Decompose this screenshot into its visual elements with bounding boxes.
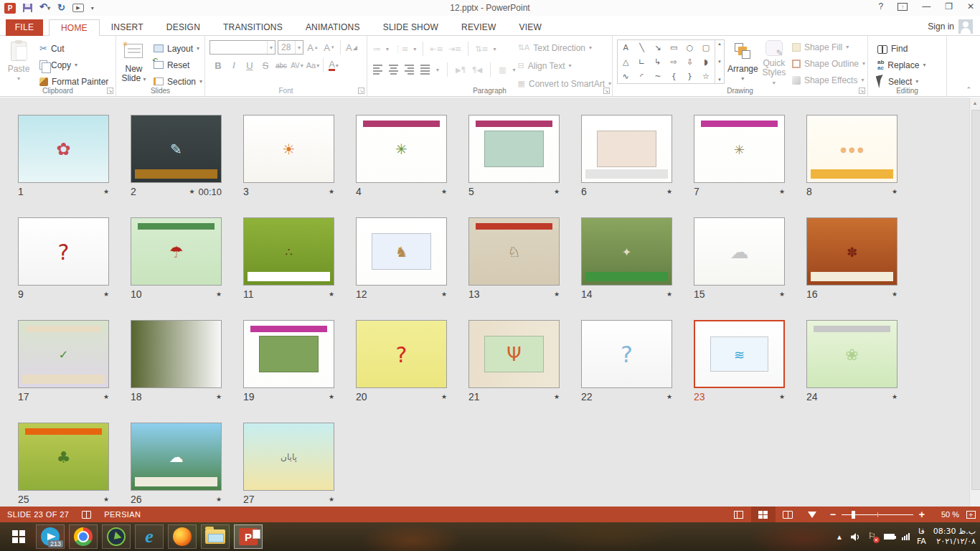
paragraph-dialog-launcher-icon[interactable]: ↘	[603, 88, 610, 94]
scribble-shape-icon[interactable]: ∿	[623, 72, 629, 81]
power-icon[interactable]	[884, 534, 895, 540]
help-icon[interactable]: ?	[878, 1, 883, 11]
numbering-icon[interactable]: ⋮≡	[394, 44, 408, 54]
text-shadow-button[interactable]: S	[258, 58, 273, 72]
line-shape-icon[interactable]: ╲	[639, 43, 644, 52]
slide-thumbnail-6[interactable]	[581, 115, 672, 183]
tab-home[interactable]: HOME	[49, 19, 100, 37]
elbow-arrow-shape-icon[interactable]: ↳	[654, 57, 661, 67]
align-text-button[interactable]: ⊟Align Text▾	[516, 58, 613, 73]
slide-thumbnail-4[interactable]: ✳	[356, 115, 447, 183]
reset-button[interactable]: Reset	[151, 58, 204, 72]
text-box-shape-icon[interactable]: A	[623, 43, 628, 52]
taskbar-internet-explorer-icon[interactable]: e	[135, 524, 164, 549]
quick-styles-button[interactable]: Quick Styles ▾	[761, 36, 787, 86]
slide-thumbnail-11[interactable]: ∴	[243, 217, 334, 286]
shape-effects-button[interactable]: Shape Effects▾	[790, 73, 867, 87]
star-shape-icon[interactable]: ☆	[702, 72, 710, 81]
rounded-rectangle-shape-icon[interactable]: ▢	[702, 43, 710, 52]
tab-design[interactable]: DESIGN	[155, 19, 212, 36]
change-case-button[interactable]: Aa▾	[306, 58, 320, 72]
arc-shape-icon[interactable]: ◜	[640, 72, 643, 81]
restore-icon[interactable]: ❐	[945, 1, 953, 11]
zoom-slider[interactable]	[842, 514, 913, 515]
tab-animations[interactable]: ANIMATIONS	[294, 19, 372, 36]
copy-button[interactable]: Copy▾	[37, 58, 110, 72]
slide-sorter-view-button[interactable]	[751, 507, 776, 522]
character-spacing-button[interactable]: AV▾	[290, 58, 304, 72]
shape-fill-button[interactable]: Shape Fill▾	[790, 40, 867, 54]
slide-thumbnail-17[interactable]: ✓	[18, 320, 109, 388]
tab-transitions[interactable]: TRANSITIONS	[212, 19, 294, 36]
triangle-shape-icon[interactable]: △	[623, 57, 628, 67]
oval-shape-icon[interactable]: ○	[687, 43, 694, 52]
tab-insert[interactable]: INSERT	[100, 19, 155, 36]
down-arrow-shape-icon[interactable]: ⇩	[687, 57, 693, 67]
font-size-combo[interactable]: 28▾	[278, 40, 303, 55]
right-arrow-shape-icon[interactable]: ⇨	[671, 57, 677, 67]
reading-view-button[interactable]	[776, 507, 800, 522]
slide-thumbnail-13[interactable]: ♘	[468, 217, 560, 286]
slide-thumbnail-22[interactable]: ?	[581, 320, 672, 388]
slide-thumbnail-16[interactable]: ✽	[806, 217, 897, 286]
slide-thumbnail-8[interactable]: ● ● ●	[806, 115, 897, 183]
start-button[interactable]	[6, 524, 32, 549]
slide-thumbnail-27[interactable]: پایان	[243, 423, 334, 491]
arrange-button[interactable]: Arrange ▾	[727, 36, 758, 86]
scroll-up-icon[interactable]: ▲	[970, 98, 980, 108]
taskbar-file-explorer-icon[interactable]	[201, 524, 230, 549]
increase-indent-icon[interactable]: ⇥≡	[448, 44, 461, 54]
align-right-icon[interactable]	[405, 65, 414, 75]
language-switcher[interactable]: فا FA	[917, 527, 926, 547]
decrease-font-size-button[interactable]: A▼	[322, 40, 336, 55]
slide-thumbnail-5[interactable]	[468, 115, 560, 183]
language-indicator[interactable]: PERSIAN	[104, 510, 141, 519]
cut-button[interactable]: ✂Cut	[37, 42, 110, 55]
right-brace-shape-icon[interactable]: }	[687, 72, 692, 81]
slide-thumbnail-15[interactable]: ☁	[694, 217, 785, 286]
slide-thumbnail-10[interactable]: ☂	[131, 217, 222, 286]
vertical-scrollbar[interactable]: ▲	[969, 98, 980, 507]
clear-formatting-button[interactable]: A◢	[344, 40, 359, 55]
slide-thumbnail-2[interactable]: ✎	[131, 115, 222, 183]
slide-thumbnail-19[interactable]	[243, 320, 334, 388]
hidden-icons-arrow[interactable]: ▲	[836, 533, 843, 541]
shapes-gallery[interactable]: ▲▼▼ A╲↘▭○▢△∟↳⇨⇩◗∿◜~{}☆	[617, 39, 725, 84]
zoom-out-button[interactable]: −	[830, 509, 836, 520]
justify-icon[interactable]	[420, 65, 430, 75]
slide-thumbnail-21[interactable]: Ψ	[468, 320, 560, 388]
clock[interactable]: ب.ظ 08:30 ۲۰۲۱/۱۲/۰۸	[933, 527, 976, 547]
network-signal-icon[interactable]	[902, 533, 910, 540]
slide-thumbnail-1[interactable]: ✿	[18, 115, 109, 183]
close-icon[interactable]: ✕	[967, 1, 974, 11]
action-center-flag-icon[interactable]	[868, 532, 877, 542]
rtl-text-direction-icon[interactable]: ¶◀	[472, 66, 482, 74]
slide-thumbnail-25[interactable]: ♣	[18, 423, 109, 491]
slide-thumbnail-7[interactable]: ✳	[694, 115, 785, 183]
scrollbar-thumb[interactable]	[971, 110, 980, 490]
slide-show-button[interactable]	[800, 507, 824, 522]
bold-button[interactable]: B	[211, 58, 225, 72]
find-button[interactable]: Find	[875, 42, 946, 55]
ltr-text-direction-icon[interactable]: ▶¶	[456, 66, 466, 74]
replace-button[interactable]: abacReplace▾	[875, 58, 946, 72]
sign-in[interactable]: Sign in	[928, 19, 973, 34]
font-name-combo[interactable]: ▾	[209, 40, 275, 55]
line-spacing-icon[interactable]: ⇅≡	[475, 44, 488, 54]
taskbar-telegram-icon[interactable]: 213	[36, 524, 65, 549]
shape-outline-button[interactable]: Shape Outline▾	[790, 57, 867, 70]
new-slide-button[interactable]: New Slide ▾	[116, 36, 151, 86]
normal-view-button[interactable]	[727, 507, 751, 522]
text-direction-button[interactable]: ⇅AText Direction▾	[516, 40, 613, 55]
font-color-button[interactable]: A▾	[326, 58, 341, 72]
font-dialog-launcher-icon[interactable]: ↘	[358, 88, 364, 94]
taskbar-firefox-icon[interactable]	[168, 524, 197, 549]
slide-thumbnail-3[interactable]: ☀	[243, 115, 334, 183]
arrow-shape-icon[interactable]: ↘	[654, 43, 661, 52]
spell-check-icon[interactable]	[82, 511, 91, 519]
drawing-dialog-launcher-icon[interactable]: ↘	[859, 88, 865, 94]
increase-font-size-button[interactable]: A▲	[306, 40, 320, 55]
pie-shape-icon[interactable]: ◗	[704, 57, 708, 67]
tab-file[interactable]: FILE	[6, 19, 43, 36]
zoom-slider-knob[interactable]	[852, 511, 855, 519]
